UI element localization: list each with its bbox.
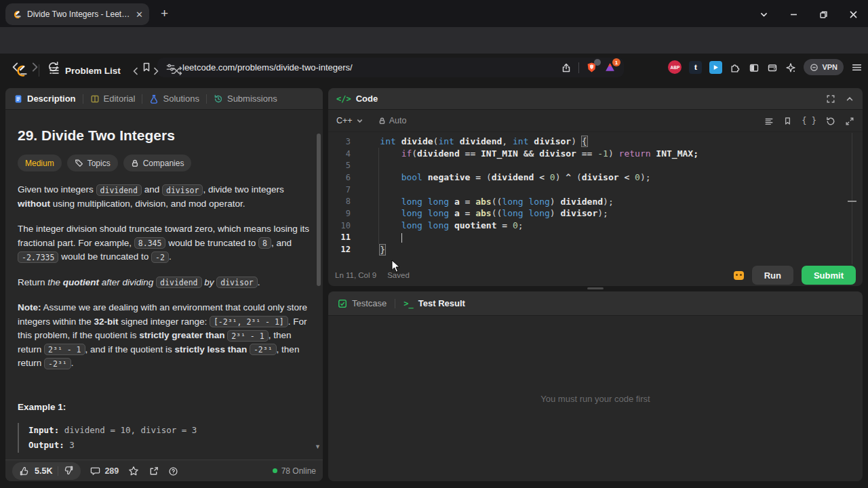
history-icon xyxy=(214,94,223,104)
scrollbar-thumb[interactable] xyxy=(317,134,321,286)
braces-icon[interactable]: { } xyxy=(802,116,816,125)
tab-testcase[interactable]: Testcase xyxy=(338,298,387,308)
code-panel-title: Code xyxy=(356,94,378,104)
code-line[interactable]: 9 long long a = abs((long long) divisor)… xyxy=(328,207,863,220)
overview-ruler-marker xyxy=(848,201,856,202)
like-count: 5.5K xyxy=(35,466,52,476)
collapse-panel-icon[interactable] xyxy=(845,93,854,105)
run-button[interactable]: Run xyxy=(752,266,793,285)
overview-ruler xyxy=(852,133,852,264)
new-tab-button[interactable]: + xyxy=(161,6,168,21)
maximize-panel-icon[interactable] xyxy=(826,93,835,105)
browser-window: Divide Two Integers - LeetCode ✕ + xyxy=(0,0,868,488)
thumbs-up-icon[interactable] xyxy=(19,466,29,476)
tab-search-icon[interactable] xyxy=(749,8,778,19)
problem-description: 29. Divide Two Integers Medium Topics Co… xyxy=(5,110,323,460)
cursor-position: Ln 11, Col 9 xyxy=(335,271,376,279)
tab-solutions[interactable]: Solutions xyxy=(149,94,199,104)
random-problem-icon[interactable] xyxy=(171,64,182,77)
divider xyxy=(395,299,395,308)
lock-icon xyxy=(131,159,139,167)
example-line: Input: dividend = 10, divisor = 3 xyxy=(28,423,311,438)
tab-description[interactable]: Description xyxy=(14,94,76,104)
thumbs-down-icon[interactable] xyxy=(64,466,74,476)
autocomplete-label: Auto xyxy=(389,116,407,125)
empty-result-message: You must run your code first xyxy=(540,394,650,404)
divider xyxy=(83,94,83,104)
comments-button[interactable]: 289 xyxy=(90,466,119,476)
problem-list-button[interactable]: Problem List xyxy=(49,65,121,76)
next-problem-button[interactable] xyxy=(151,64,161,77)
leetcode-favicon xyxy=(12,9,22,20)
language-selector[interactable]: C++ xyxy=(336,116,363,125)
mouse-cursor xyxy=(391,260,401,273)
window-controls xyxy=(749,0,868,27)
scroll-down-icon[interactable]: ▼ xyxy=(315,443,321,450)
submit-button[interactable]: Submit xyxy=(802,266,856,285)
tab-submissions[interactable]: Submissions xyxy=(214,94,277,104)
reset-code-icon[interactable] xyxy=(826,115,835,127)
tab-test-result[interactable]: >_ Test Result xyxy=(403,298,465,308)
editorial-icon xyxy=(90,94,100,104)
minimize-button[interactable] xyxy=(778,8,808,19)
panel-resize-handle[interactable] xyxy=(587,287,604,289)
tag-icon xyxy=(75,159,83,167)
code-icon: </> xyxy=(336,94,351,104)
difficulty-badge[interactable]: Medium xyxy=(18,155,62,171)
bookmark-code-icon[interactable] xyxy=(783,115,792,127)
expand-editor-icon[interactable] xyxy=(845,115,854,127)
description-panel: Description Editorial Solutions Submissi… xyxy=(5,88,323,481)
code-line[interactable]: 4 if(dividend == INT_MIN && divisor == -… xyxy=(328,148,863,160)
online-count: 78 Online xyxy=(273,466,316,476)
code-panel: </> Code C++ Auto xyxy=(328,88,863,286)
browser-tab[interactable]: Divide Two Integers - LeetCode ✕ xyxy=(5,3,149,25)
terminal-icon: >_ xyxy=(403,299,413,308)
autocomplete-toggle[interactable]: Auto xyxy=(378,116,407,125)
browser-tab-strip: Divide Two Integers - LeetCode ✕ + xyxy=(0,0,868,27)
chevron-down-icon xyxy=(356,117,363,125)
share-problem-icon[interactable] xyxy=(149,465,159,477)
leetcode-header: Problem List xyxy=(0,56,868,85)
code-line[interactable]: 6 bool negative = (dividend < 0) ^ (divi… xyxy=(328,171,863,184)
restore-button[interactable] xyxy=(808,8,838,19)
vote-group: 5.5K xyxy=(12,462,81,480)
favorite-star-icon[interactable] xyxy=(128,465,139,477)
divider xyxy=(39,64,39,77)
testcase-panel: Testcase >_ Test Result You must run you… xyxy=(328,291,863,481)
badge-row: Medium Topics Companies xyxy=(18,155,311,171)
tab-editorial[interactable]: Editorial xyxy=(90,94,136,104)
code-line[interactable]: 10 long long quotient = 0; xyxy=(328,220,863,232)
example-line: Output: 3 xyxy=(28,438,311,453)
code-line[interactable]: 11 xyxy=(328,232,863,244)
format-code-icon[interactable] xyxy=(764,115,774,127)
description-icon xyxy=(14,94,23,104)
problem-paragraph: Note: Assume we are dealing with an envi… xyxy=(18,301,311,371)
leetcode-logo[interactable] xyxy=(12,62,29,79)
divider xyxy=(58,466,58,476)
browser-toolbar: leetcode.com/problems/divide-two-integer… xyxy=(0,27,868,54)
close-tab-icon[interactable]: ✕ xyxy=(136,10,143,19)
description-tab-bar: Description Editorial Solutions Submissi… xyxy=(5,88,323,110)
problem-paragraph: Given two integers dividend and divisor,… xyxy=(18,183,311,211)
code-line[interactable]: 3 int divide(int dividend, int divisor) … xyxy=(328,136,863,148)
indent-guide xyxy=(378,148,379,244)
help-icon[interactable] xyxy=(168,465,178,477)
companies-badge[interactable]: Companies xyxy=(123,155,192,171)
problem-list-label: Problem List xyxy=(65,66,121,76)
code-editor[interactable]: 3 int divide(int dividend, int divisor) … xyxy=(328,133,863,264)
debugger-icon[interactable] xyxy=(734,271,744,280)
topics-badge[interactable]: Topics xyxy=(67,155,118,171)
code-line[interactable]: 8 long long a = abs((long long) dividend… xyxy=(328,195,863,207)
problem-title: 29. Divide Two Integers xyxy=(18,127,311,144)
code-lines: 3 int divide(int dividend, int divisor) … xyxy=(328,136,863,256)
code-line[interactable]: 5 xyxy=(328,159,863,171)
online-dot xyxy=(273,468,277,473)
problem-paragraph: The integer division should truncate tow… xyxy=(18,222,311,264)
close-window-button[interactable] xyxy=(838,8,868,19)
code-line[interactable]: 12 } xyxy=(328,243,863,256)
problem-paragraph: Return the quotient after dividing divid… xyxy=(18,276,311,290)
prev-problem-button[interactable] xyxy=(130,64,141,77)
code-line[interactable]: 7 xyxy=(328,184,863,196)
check-square-icon xyxy=(338,299,347,308)
description-footer: 5.5K 289 78 Online xyxy=(5,460,323,481)
